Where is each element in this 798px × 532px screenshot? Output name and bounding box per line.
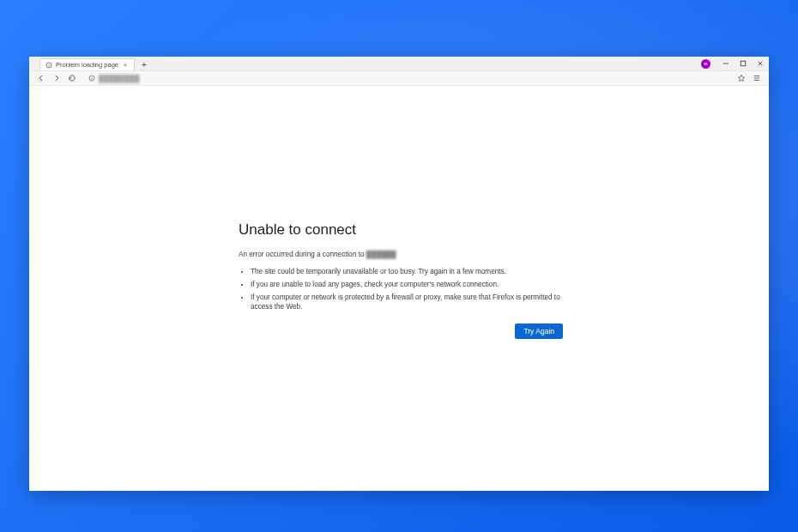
- close-tab-button[interactable]: ×: [122, 62, 129, 69]
- info-icon: [45, 62, 52, 69]
- back-button[interactable]: [34, 71, 48, 85]
- error-bullet: The site could be temporarily unavailabl…: [251, 267, 563, 276]
- window-close-button[interactable]: [752, 57, 769, 70]
- minimize-button[interactable]: [717, 57, 735, 70]
- svg-marker-10: [738, 75, 745, 81]
- site-identity-icon[interactable]: [88, 75, 95, 82]
- reload-button[interactable]: [65, 71, 79, 85]
- error-host: ██████: [366, 251, 396, 258]
- forward-button[interactable]: [50, 71, 63, 85]
- url-text: ████████: [99, 75, 140, 82]
- neterror-page: Unable to connect An error occurred duri…: [239, 221, 563, 339]
- bookmark-star-icon[interactable]: [735, 71, 748, 85]
- svg-rect-4: [741, 61, 746, 66]
- tab-problem-loading[interactable]: Problem loading page ×: [39, 58, 135, 70]
- page-content: Unable to connect An error occurred duri…: [29, 86, 769, 491]
- app-menu-button[interactable]: [750, 71, 764, 85]
- error-message-prefix: An error occurred during a connection to: [239, 251, 366, 258]
- maximize-button[interactable]: [735, 57, 752, 70]
- error-bullet: If your computer or network is protected…: [251, 293, 563, 311]
- tab-strip: Problem loading page × + ∞: [29, 57, 769, 70]
- error-message: An error occurred during a connection to…: [239, 251, 563, 258]
- browser-window: Problem loading page × + ∞: [29, 57, 769, 491]
- try-again-button[interactable]: Try Again: [515, 323, 563, 339]
- error-bullet: If you are unable to load any pages, che…: [251, 280, 563, 289]
- nav-toolbar: ████████: [29, 70, 769, 86]
- error-title: Unable to connect: [239, 221, 563, 239]
- error-suggestions: The site could be temporarily unavailabl…: [239, 267, 563, 311]
- error-actions: Try Again: [239, 322, 563, 339]
- new-tab-button[interactable]: +: [138, 58, 150, 70]
- url-bar[interactable]: ████████: [84, 73, 729, 84]
- tab-title: Problem loading page: [56, 61, 118, 69]
- window-controls: ∞: [701, 57, 769, 70]
- account-avatar[interactable]: ∞: [701, 59, 710, 69]
